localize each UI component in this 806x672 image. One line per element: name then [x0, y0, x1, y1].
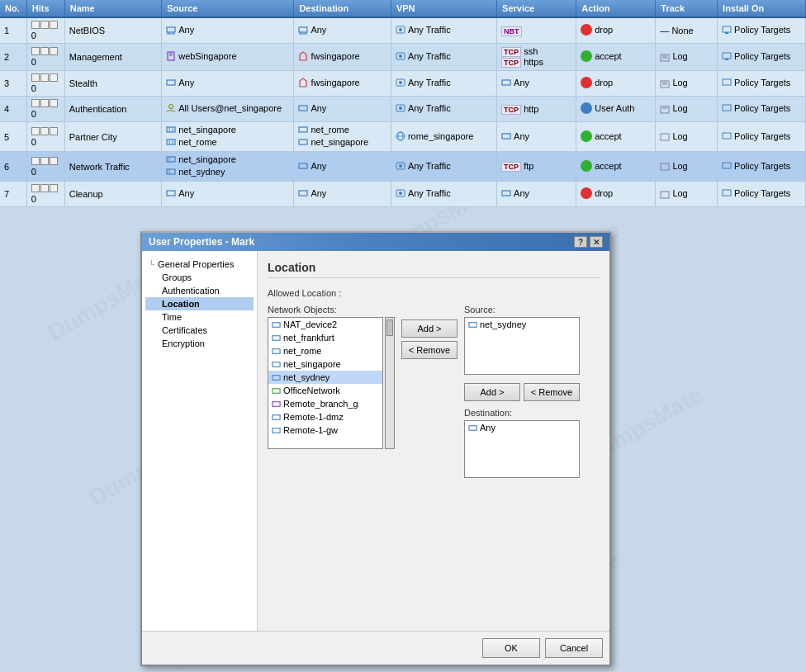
- table-row[interactable]: 2 0 Management webSingapore fwsingapore …: [0, 44, 806, 71]
- row-source: net_singapore net_sydney: [162, 152, 294, 182]
- row-hits: 0: [26, 17, 64, 44]
- add-button[interactable]: Add >: [401, 319, 458, 338]
- sidebar-item-label: Certificates: [162, 325, 207, 335]
- svg-rect-43: [299, 127, 307, 132]
- row-action: drop: [576, 17, 656, 44]
- row-source: Any: [162, 71, 294, 97]
- svg-rect-36: [723, 105, 731, 111]
- table-row[interactable]: 5 0 Partner City net_singapore net_rome: [0, 122, 806, 152]
- table-row[interactable]: 4 0 Authentication All Users@net_singapo…: [0, 97, 806, 122]
- col-install-on: Install On: [718, 0, 806, 17]
- table-row[interactable]: 1 0 NetBIOS Any Any Any Traffic: [0, 17, 806, 44]
- table-row[interactable]: 6 0 Network Traffic net_singapore net_sy…: [0, 152, 806, 182]
- sidebar-item-general-properties[interactable]: └ General Properties: [145, 258, 254, 271]
- list-item[interactable]: Remote_branch_g: [268, 397, 382, 410]
- col-action: Action: [576, 0, 656, 17]
- ok-button[interactable]: OK: [482, 638, 540, 658]
- source-remove-button[interactable]: < Remove: [524, 383, 580, 401]
- row-service: Any: [497, 71, 576, 97]
- list-item[interactable]: net_rome: [268, 344, 382, 357]
- source-list[interactable]: net_sydney: [464, 317, 580, 375]
- source-panel: Source: net_sydney: [464, 305, 580, 375]
- source-add-button[interactable]: Add >: [464, 383, 520, 401]
- close-button[interactable]: ✕: [590, 236, 603, 248]
- svg-point-57: [399, 164, 402, 168]
- svg-rect-37: [167, 127, 175, 132]
- col-destination: Destination: [294, 0, 391, 17]
- network-objects-list[interactable]: NAT_device2 net_frankfurt net_rome: [268, 317, 383, 449]
- row-vpn: Any Traffic: [391, 17, 496, 44]
- svg-point-24: [399, 81, 402, 84]
- col-vpn: VPN: [391, 0, 496, 17]
- sidebar-item-location[interactable]: Location: [145, 297, 254, 310]
- remove-button[interactable]: < Remove: [401, 341, 458, 359]
- sidebar-item-time[interactable]: Time: [145, 310, 254, 324]
- help-button[interactable]: ?: [574, 236, 587, 248]
- table-row[interactable]: 7 0 Cleanup Any Any Any Traffic: [0, 182, 806, 207]
- list-item[interactable]: NAT_device2: [268, 318, 382, 331]
- svg-rect-67: [273, 322, 280, 327]
- row-name: Partner City: [64, 122, 161, 152]
- svg-rect-10: [723, 26, 731, 32]
- sidebar-item-certificates[interactable]: Certificates: [145, 324, 254, 337]
- row-no: 7: [0, 182, 26, 207]
- list-item[interactable]: net_sydney: [465, 318, 579, 331]
- sidebar-item-label: Groups: [162, 272, 192, 282]
- row-hits: 0: [26, 122, 64, 152]
- row-name: Management: [64, 44, 161, 71]
- row-service: TCP ftp: [497, 152, 576, 182]
- row-source: All Users@net_singapore: [162, 97, 294, 122]
- destination-list[interactable]: Any: [464, 420, 580, 478]
- row-action: drop: [576, 182, 656, 207]
- list-item[interactable]: Remote-1-dmz: [268, 410, 382, 424]
- row-vpn: Any Traffic: [391, 44, 496, 71]
- svg-rect-60: [167, 191, 175, 196]
- svg-rect-68: [273, 335, 280, 340]
- row-action: User Auth: [576, 97, 656, 122]
- sidebar-item-authentication[interactable]: Authentication: [145, 284, 254, 297]
- dialog-sidebar: └ General Properties Groups Authenticati…: [142, 251, 258, 631]
- row-no: 4: [0, 97, 26, 122]
- svg-rect-20: [723, 53, 731, 59]
- svg-point-16: [399, 54, 402, 58]
- svg-rect-34: [661, 106, 669, 113]
- row-hits: 0: [26, 71, 64, 97]
- cancel-button[interactable]: Cancel: [545, 638, 603, 658]
- svg-rect-71: [273, 375, 280, 380]
- list-item[interactable]: net_frankfurt: [268, 331, 382, 344]
- sidebar-item-label: General Properties: [158, 259, 234, 269]
- row-destination: net_rome net_singapore: [294, 122, 391, 152]
- sidebar-item-encryption[interactable]: Encryption: [145, 337, 254, 350]
- row-install-on: Policy Targets: [718, 182, 806, 207]
- svg-point-30: [169, 105, 173, 109]
- add-remove-buttons: Add > < Remove: [401, 305, 458, 359]
- row-action: accept: [576, 122, 656, 152]
- svg-rect-61: [299, 191, 307, 196]
- sidebar-item-groups[interactable]: Groups: [145, 271, 254, 284]
- row-service: NBT: [497, 17, 576, 44]
- svg-rect-58: [661, 163, 669, 170]
- dialog-content: Location Allowed Location : Network Obje…: [258, 251, 609, 631]
- row-install-on: Policy Targets: [718, 71, 806, 97]
- svg-rect-40: [167, 140, 175, 144]
- svg-rect-21: [725, 59, 728, 60]
- list-item[interactable]: OfficeNetwork: [268, 384, 382, 397]
- sidebar-item-label: Location: [162, 299, 200, 309]
- row-install-on: Policy Targets: [718, 152, 806, 182]
- row-name: Network Traffic: [64, 152, 161, 182]
- network-objects-label: Network Objects:: [268, 305, 395, 315]
- list-item[interactable]: Any: [465, 421, 579, 434]
- list-item[interactable]: Remote-1-gw: [268, 424, 382, 437]
- svg-rect-50: [723, 133, 731, 139]
- row-source: webSingapore: [162, 44, 294, 71]
- svg-rect-4: [299, 27, 307, 32]
- row-action: drop: [576, 71, 656, 97]
- col-hits: Hits: [26, 0, 64, 17]
- row-no: 6: [0, 152, 26, 182]
- list-item[interactable]: net_sydney: [268, 371, 382, 384]
- table-row[interactable]: 3 0 Stealth Any fwsingapore Any Traffic: [0, 71, 806, 97]
- list-item[interactable]: net_singapore: [268, 357, 382, 371]
- col-track: Track: [656, 0, 718, 17]
- svg-rect-55: [299, 163, 307, 168]
- svg-rect-75: [273, 428, 280, 433]
